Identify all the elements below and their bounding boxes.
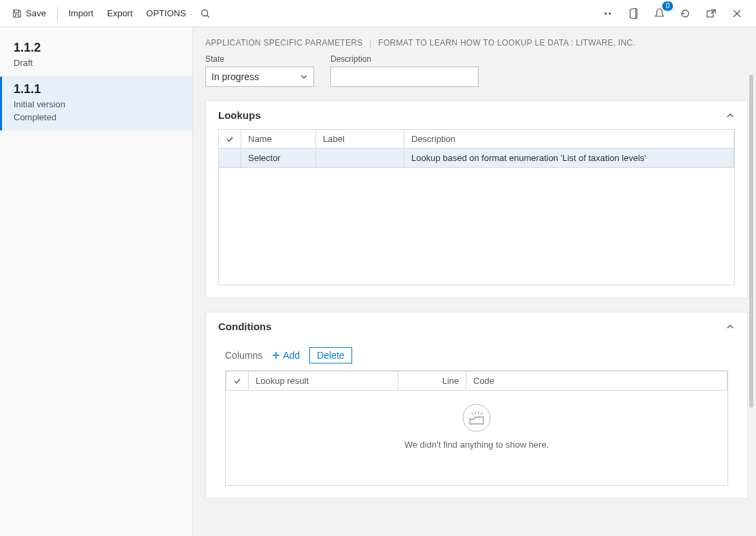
conditions-panel: Conditions Columns Add Delete <box>205 312 748 499</box>
main-panel: APPLICATION SPECIFIC PARAMETERS | FORMAT… <box>193 27 756 536</box>
conditions-header[interactable]: Conditions <box>206 312 747 340</box>
lookups-header[interactable]: Lookups <box>206 101 747 129</box>
version-desc: Initial version <box>14 99 179 109</box>
description-field: Description <box>330 54 479 87</box>
columns-button[interactable]: Columns <box>225 350 262 361</box>
state-field: State In progress <box>205 54 314 87</box>
form-row: State In progress Description <box>205 54 748 87</box>
close-button[interactable] <box>727 4 746 23</box>
row-check[interactable] <box>219 149 241 168</box>
svg-line-6 <box>479 411 479 414</box>
breadcrumb-sep: | <box>365 38 375 48</box>
svg-point-3 <box>463 404 490 431</box>
toolbar: Save Import Export OPTIONS 0 <box>0 0 756 27</box>
office-icon[interactable] <box>624 4 643 23</box>
version-item-1-1-2[interactable]: 1.1.2 Draft <box>0 35 192 77</box>
notification-badge: 0 <box>662 1 673 11</box>
plus-icon <box>272 351 280 359</box>
version-item-1-1-1[interactable]: 1.1.1 Initial version Completed <box>0 77 192 130</box>
svg-line-7 <box>481 412 483 415</box>
add-button[interactable]: Add <box>272 350 300 361</box>
save-label: Save <box>26 8 46 18</box>
lookups-header-row: Name Label Description <box>219 130 734 149</box>
breadcrumb: APPLICATION SPECIFIC PARAMETERS | FORMAT… <box>205 38 748 48</box>
lookups-body: Name Label Description Selector Lookup b… <box>206 129 747 298</box>
col-code[interactable]: Code <box>466 372 727 391</box>
svg-point-0 <box>201 10 207 16</box>
options-button[interactable]: OPTIONS <box>139 4 193 22</box>
import-button[interactable]: Import <box>62 4 101 22</box>
svg-line-1 <box>207 15 209 18</box>
search-button[interactable] <box>193 4 218 23</box>
options-label: OPTIONS <box>146 8 186 18</box>
conditions-title: Conditions <box>218 321 271 332</box>
add-label: Add <box>283 350 300 361</box>
chevron-up-icon <box>725 322 735 332</box>
state-label: State <box>205 54 314 64</box>
lookups-panel: Lookups Name Label Description <box>205 101 748 298</box>
save-button[interactable]: Save <box>5 4 53 22</box>
col-description[interactable]: Description <box>405 130 734 149</box>
lookups-row[interactable]: Selector Lookup based on format enumerat… <box>219 149 734 168</box>
chevron-up-icon <box>725 111 735 120</box>
save-icon <box>12 9 22 18</box>
open-new-button[interactable] <box>702 4 721 23</box>
empty-text: We didn't find anything to show here. <box>405 440 549 450</box>
conditions-toolbar: Columns Add Delete <box>206 340 747 368</box>
svg-line-4 <box>472 412 472 415</box>
cell-name: Selector <box>241 149 316 168</box>
col-line[interactable]: Line <box>398 372 466 391</box>
empty-state: We didn't find anything to show here. <box>226 391 727 457</box>
search-icon <box>200 8 211 19</box>
import-label: Import <box>69 8 94 18</box>
description-input[interactable] <box>330 67 479 87</box>
delete-button[interactable]: Delete <box>309 347 351 363</box>
connector-icon[interactable] <box>598 4 617 23</box>
cell-description: Lookup based on format enumeration 'List… <box>405 149 734 168</box>
col-name[interactable]: Name <box>241 130 316 149</box>
version-status: Draft <box>14 58 179 68</box>
conditions-header-row: Lookup result Line Code <box>226 372 727 391</box>
version-title: 1.1.2 <box>14 41 179 55</box>
lookups-grid: Name Label Description Selector Lookup b… <box>218 129 735 285</box>
export-label: Export <box>107 8 133 18</box>
breadcrumb-a: APPLICATION SPECIFIC PARAMETERS <box>205 38 363 48</box>
export-button[interactable]: Export <box>100 4 139 22</box>
state-select[interactable]: In progress <box>205 67 314 87</box>
version-title: 1.1.1 <box>14 82 179 96</box>
check-header[interactable] <box>226 372 249 391</box>
notifications-button[interactable]: 0 <box>650 4 669 23</box>
refresh-button[interactable] <box>676 4 695 23</box>
cell-label <box>316 149 405 168</box>
check-header[interactable] <box>219 130 241 149</box>
svg-rect-2 <box>707 11 713 17</box>
sidebar: 1.1.2 Draft 1.1.1 Initial version Comple… <box>0 27 193 536</box>
lookups-title: Lookups <box>218 109 261 121</box>
empty-folder-icon <box>462 403 492 433</box>
scrollbar[interactable] <box>749 75 753 408</box>
toolbar-right: 0 <box>598 4 751 23</box>
description-label: Description <box>330 54 479 64</box>
svg-line-5 <box>475 411 476 414</box>
version-status: Completed <box>14 112 179 122</box>
conditions-grid: Lookup result Line Code <box>225 370 728 486</box>
breadcrumb-b: FORMAT TO LEARN HOW TO LOOKUP LE DATA : … <box>378 38 635 48</box>
col-label[interactable]: Label <box>316 130 405 149</box>
state-value: In progress <box>211 71 259 82</box>
content-area: 1.1.2 Draft 1.1.1 Initial version Comple… <box>0 27 756 536</box>
col-lookup-result[interactable]: Lookup result <box>249 372 398 391</box>
chevron-down-icon <box>300 73 308 81</box>
toolbar-divider <box>57 7 58 20</box>
